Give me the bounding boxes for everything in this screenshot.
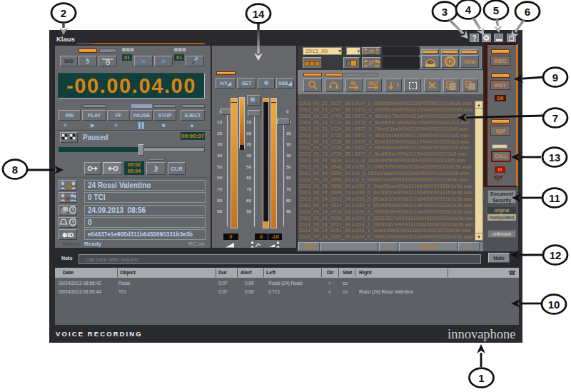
svg-text:8: 8: [12, 164, 18, 176]
svg-text:11: 11: [549, 192, 560, 204]
svg-text:14: 14: [253, 8, 265, 20]
svg-text:12: 12: [550, 249, 562, 261]
svg-text:2: 2: [61, 7, 66, 19]
svg-text:13: 13: [549, 151, 561, 164]
svg-text:6: 6: [525, 6, 530, 18]
svg-text:1: 1: [478, 372, 484, 384]
svg-text:5: 5: [493, 4, 499, 16]
svg-text:3: 3: [442, 6, 448, 18]
svg-text:10: 10: [548, 298, 560, 311]
svg-text:7: 7: [552, 112, 558, 124]
svg-text:4: 4: [465, 4, 472, 16]
svg-text:9: 9: [552, 71, 558, 84]
